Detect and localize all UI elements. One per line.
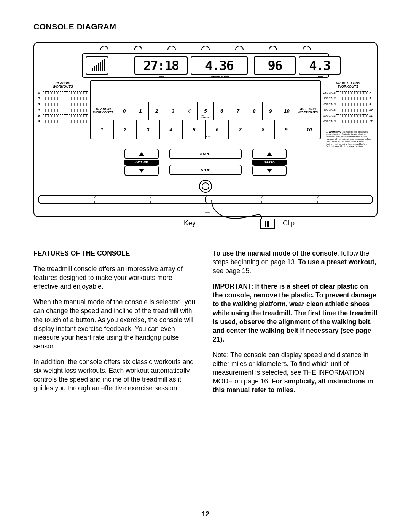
features-heading: FEATURES OF THE CONSOLE: [33, 249, 198, 258]
center-panel: CLASSIC WORKOUTS 0 1 2 3 4 5% GRADE 6 7 …: [90, 80, 321, 139]
hinge-icon: [269, 46, 277, 50]
wl-num: 11: [369, 114, 373, 117]
lcd-speed-value: 4.3: [309, 58, 330, 73]
hinge-icon: [167, 46, 176, 50]
grade-num: 4: [181, 102, 197, 120]
wl-num: 12: [369, 120, 373, 123]
paragraph: The treadmill console offers an impressi…: [33, 265, 198, 291]
hinge-icon: [100, 46, 108, 50]
lcd-calories: 96: [254, 56, 296, 75]
incline-controls: INCLINE: [124, 149, 159, 176]
lcd-speed-label: SPEED: [317, 76, 322, 79]
clip-icon: [260, 219, 275, 229]
lcd-time-value: 27:18: [143, 58, 178, 73]
classic-row: 6: [38, 118, 88, 124]
grade-num: 7: [230, 102, 246, 120]
grade-num: 0: [116, 102, 132, 120]
mph-num: 7: [228, 120, 252, 139]
console-diagram: 27:18 TIME 4.36 DISTANCE CALORIES 96 4.3…: [33, 42, 378, 230]
lcd-calories-value: 96: [268, 58, 282, 73]
classic-row: 2: [38, 96, 88, 101]
warning-text: To reduce risk of serious injury, stand …: [326, 131, 371, 147]
wl-tag: 600 CALS: [323, 120, 336, 123]
classic-workouts-column: CLASSIC WORKOUTS 1 2 3 4 5 6: [38, 80, 88, 139]
classic-num: 3: [38, 102, 42, 106]
key-annotation: Key: [184, 219, 196, 227]
page-number: 12: [202, 510, 209, 518]
paragraph: When the manual mode of the console is s…: [33, 298, 198, 351]
warning-label: ▲ WARNING: To reduce risk of serious inj…: [326, 130, 371, 147]
mph-num: 2: [113, 120, 137, 139]
mph-num: 6: [206, 120, 229, 139]
classic-num: 4: [38, 108, 42, 112]
grade-num: 6: [213, 102, 230, 120]
n: 5: [193, 127, 195, 133]
grade-left-label: CLASSIC WORKOUTS: [91, 102, 116, 120]
paragraph: Note: The console can display speed and …: [213, 351, 378, 395]
clip-annotation: Clip: [283, 219, 295, 227]
column-left: FEATURES OF THE CONSOLE The treadmill co…: [33, 249, 198, 401]
lcd-time-label: TIME: [159, 76, 163, 79]
wl-tag: 400 CALS: [323, 109, 336, 111]
paragraph-important: IMPORTANT: If there is a sheet of clear …: [213, 282, 378, 344]
start-stop-controls: START STOP: [169, 149, 242, 176]
arrow-up-icon: [267, 152, 272, 156]
lcd-distance-value: 4.36: [205, 58, 233, 73]
grade-num: 2: [148, 102, 165, 120]
hinge-row: [38, 46, 373, 53]
wl-row: 7250 CALS: [323, 90, 373, 96]
speed-down-button[interactable]: [252, 165, 287, 176]
mph-num: 9: [274, 120, 298, 139]
incline-down-button[interactable]: [124, 165, 159, 176]
grade-num: 5% GRADE: [197, 102, 213, 120]
console-outline: 27:18 TIME 4.36 DISTANCE CALORIES 96 4.3…: [33, 42, 378, 217]
wl-num: 10: [369, 108, 373, 112]
paragraph: In addition, the console offers six clas…: [33, 358, 198, 393]
mph-strip: 1 2 3 4 5MPH 6 7 8 9 10: [91, 120, 320, 139]
lcd-time: 27:18 TIME: [134, 56, 188, 75]
safety-key-icon: [199, 180, 212, 193]
classic-num: 6: [38, 120, 42, 123]
classic-row: 1: [38, 90, 88, 96]
wl-tag: 300 CALS: [323, 97, 336, 100]
display-bar: 27:18 TIME 4.36 DISTANCE CALORIES 96 4.3…: [82, 53, 329, 78]
n: 5: [204, 108, 207, 114]
grade-strip: CLASSIC WORKOUTS 0 1 2 3 4 5% GRADE 6 7 …: [91, 102, 320, 120]
grade-sub: % GRADE: [201, 114, 210, 119]
wl-row: 8300 CALS: [323, 96, 373, 101]
arrow-up-icon: [139, 152, 144, 156]
lcd-distance-label: DISTANCE CALORIES: [210, 76, 228, 79]
incline-up-button[interactable]: [124, 149, 159, 159]
mph-num: 5MPH: [182, 120, 206, 139]
grade-num: 9: [262, 102, 279, 120]
grade-num: 3: [165, 102, 181, 120]
diagram-annotations: Key Clip: [33, 215, 378, 230]
classic-row: 4: [38, 107, 88, 113]
hinge-icon: [303, 46, 311, 50]
hinge-icon: [201, 46, 210, 50]
grade-num: 1: [132, 102, 148, 120]
bold-run: IMPORTANT: If there is a sheet of clear …: [213, 283, 378, 343]
incline-label: INCLINE: [124, 160, 159, 165]
lcd-distance: 4.36 DISTANCE CALORIES: [191, 56, 248, 75]
wl-row: 11500 CALS: [323, 113, 373, 118]
speed-up-button[interactable]: [252, 149, 287, 159]
speed-label: SPEED: [252, 160, 287, 165]
grade-num: 10: [279, 102, 295, 120]
lcd-progress: [86, 56, 108, 75]
mph-num: 1: [91, 120, 113, 139]
arrow-down-icon: [267, 169, 272, 173]
hinge-icon: [235, 46, 244, 50]
weightloss-header: WEIGHT LOSS WORKOUTS: [323, 81, 373, 88]
paragraph: To use the manual mode of the console, f…: [213, 249, 378, 275]
stop-button[interactable]: STOP: [169, 165, 242, 175]
column-right: To use the manual mode of the console, f…: [213, 249, 378, 401]
wl-row: 9350 CALS: [323, 101, 373, 107]
mph-num: 8: [252, 120, 275, 139]
start-button[interactable]: START: [169, 149, 242, 159]
bold-run: To use a preset workout,: [298, 258, 376, 266]
text-columns: FEATURES OF THE CONSOLE The treadmill co…: [33, 249, 378, 401]
page-title: CONSOLE DIAGRAM: [33, 22, 378, 31]
hinge-icon: [134, 46, 142, 50]
bold-run: To use the manual mode of the console: [213, 249, 337, 257]
